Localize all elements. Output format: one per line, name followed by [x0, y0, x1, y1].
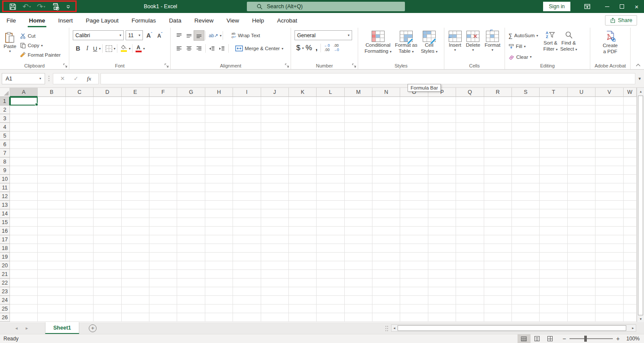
cell-D24[interactable] — [94, 296, 121, 305]
cell-S3[interactable] — [512, 114, 540, 123]
cell-B16[interactable] — [38, 227, 65, 235]
cell-A3[interactable] — [10, 114, 38, 123]
cell-S15[interactable] — [512, 218, 540, 227]
cell-L15[interactable] — [317, 218, 344, 227]
cell-B13[interactable] — [38, 201, 65, 209]
cell-Q14[interactable] — [456, 209, 484, 218]
cell-K8[interactable] — [289, 157, 317, 166]
cell-T3[interactable] — [540, 114, 567, 123]
cell-U7[interactable] — [568, 149, 595, 157]
insert-function-button[interactable]: fx — [83, 75, 96, 82]
cell-M20[interactable] — [345, 261, 372, 270]
cell-J10[interactable] — [261, 175, 289, 183]
cell-Q15[interactable] — [456, 218, 484, 227]
cell-M8[interactable] — [345, 157, 372, 166]
cell-T2[interactable] — [540, 106, 567, 114]
cell-S7[interactable] — [512, 149, 540, 157]
cell-U14[interactable] — [568, 209, 595, 218]
cell-U9[interactable] — [568, 166, 595, 175]
cell-B3[interactable] — [38, 114, 65, 123]
vertical-scrollbar[interactable]: ▲ ▼ — [637, 88, 644, 322]
cell-Q2[interactable] — [456, 106, 484, 114]
cell-D17[interactable] — [94, 235, 121, 244]
cell-E20[interactable] — [122, 261, 149, 270]
cell-Q21[interactable] — [456, 270, 484, 279]
cell-O20[interactable] — [400, 261, 428, 270]
cell-K2[interactable] — [289, 106, 317, 114]
cell-R13[interactable] — [484, 201, 512, 209]
cell-S23[interactable] — [512, 287, 540, 296]
cell-W15[interactable] — [624, 218, 637, 227]
column-header-f[interactable]: F — [149, 88, 177, 97]
cell-A16[interactable] — [10, 227, 38, 235]
cell-L2[interactable] — [317, 106, 344, 114]
cell-H15[interactable] — [205, 218, 233, 227]
conditional-formatting-button[interactable]: ConditionalFormatting ▾ — [365, 31, 392, 61]
cell-P1[interactable] — [428, 97, 456, 106]
cell-U11[interactable] — [568, 183, 595, 192]
cell-D12[interactable] — [94, 192, 121, 201]
cell-B14[interactable] — [38, 209, 65, 218]
paste-button[interactable]: Paste ▾ — [0, 29, 20, 61]
cell-S22[interactable] — [512, 279, 540, 287]
cell-T16[interactable] — [540, 227, 567, 235]
cell-D14[interactable] — [94, 209, 121, 218]
cell-F9[interactable] — [149, 166, 177, 175]
cell-M16[interactable] — [345, 227, 372, 235]
column-header-m[interactable]: M — [345, 88, 372, 97]
orientation-dropdown-icon[interactable]: ▾ — [220, 34, 221, 38]
cell-P21[interactable] — [428, 270, 456, 279]
cell-P8[interactable] — [428, 157, 456, 166]
cell-N16[interactable] — [372, 227, 400, 235]
column-header-q[interactable]: Q — [456, 88, 484, 97]
cell-R25[interactable] — [484, 305, 512, 313]
cell-B26[interactable] — [38, 313, 65, 322]
cell-N21[interactable] — [372, 270, 400, 279]
cell-B2[interactable] — [38, 106, 65, 114]
cell-C22[interactable] — [66, 279, 94, 287]
cell-H26[interactable] — [205, 313, 233, 322]
alignment-dialog-launcher[interactable] — [285, 63, 289, 68]
cell-Q20[interactable] — [456, 261, 484, 270]
cell-K24[interactable] — [289, 296, 317, 305]
row-header-1[interactable]: 1 — [0, 97, 10, 106]
cell-F10[interactable] — [149, 175, 177, 183]
tab-help[interactable]: Help — [246, 13, 271, 28]
close-button[interactable]: × — [629, 0, 644, 13]
cell-C26[interactable] — [66, 313, 94, 322]
autosum-button[interactable]: ∑ AutoSum ▾ — [508, 31, 538, 40]
cell-E4[interactable] — [122, 123, 149, 131]
cell-G3[interactable] — [177, 114, 205, 123]
cell-E5[interactable] — [122, 131, 149, 140]
cell-M4[interactable] — [345, 123, 372, 131]
merge-center-button[interactable]: Merge & Center ▾ — [235, 44, 283, 53]
cell-V4[interactable] — [595, 123, 623, 131]
cell-A4[interactable] — [10, 123, 38, 131]
cell-M6[interactable] — [345, 140, 372, 149]
cell-B17[interactable] — [38, 235, 65, 244]
cell-I2[interactable] — [233, 106, 261, 114]
cell-U21[interactable] — [568, 270, 595, 279]
row-header-18[interactable]: 18 — [0, 244, 10, 253]
cell-O6[interactable] — [400, 140, 428, 149]
cell-A10[interactable] — [10, 175, 38, 183]
tab-page-layout[interactable]: Page Layout — [79, 13, 125, 28]
column-header-k[interactable]: K — [289, 88, 317, 97]
cell-T26[interactable] — [540, 313, 567, 322]
print-preview-button[interactable] — [49, 1, 62, 12]
cell-H3[interactable] — [205, 114, 233, 123]
cell-M1[interactable] — [345, 97, 372, 106]
cell-N12[interactable] — [372, 192, 400, 201]
cell-V24[interactable] — [595, 296, 623, 305]
delete-cells-button[interactable]: ✕Delete▾ — [466, 31, 480, 61]
cell-H13[interactable] — [205, 201, 233, 209]
cell-P12[interactable] — [428, 192, 456, 201]
cell-R24[interactable] — [484, 296, 512, 305]
cell-P17[interactable] — [428, 235, 456, 244]
scroll-left-icon[interactable]: ◄ — [392, 325, 397, 332]
cell-Q3[interactable] — [456, 114, 484, 123]
cell-I14[interactable] — [233, 209, 261, 218]
cell-L20[interactable] — [317, 261, 344, 270]
cell-B9[interactable] — [38, 166, 65, 175]
cell-I1[interactable] — [233, 97, 261, 106]
